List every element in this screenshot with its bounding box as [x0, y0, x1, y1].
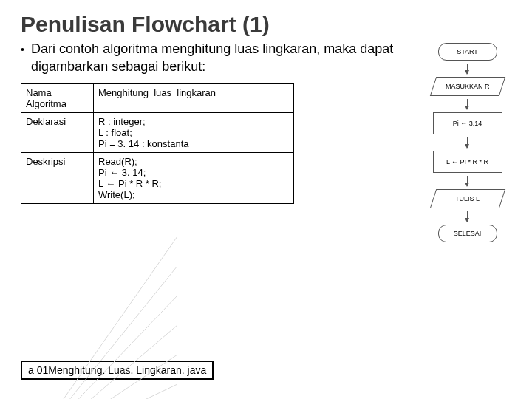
row-value: R : integer; L : float; Pi = 3. 14 : kon…: [94, 112, 294, 152]
svg-line-11: [0, 369, 22, 399]
slide-title: Penulisan Flowchart (1): [0, 0, 532, 40]
svg-line-9: [0, 281, 22, 399]
svg-line-5: [22, 384, 177, 399]
filename-box: a 01Menghitung. Luas. Lingkaran. java: [21, 361, 214, 380]
bullet-text: Dari contoh algoritma menghitung luas li…: [31, 40, 412, 76]
flowchart-process: L ← PI * R * R: [433, 151, 502, 173]
arrow-icon: [467, 176, 468, 186]
row-value: Menghitung_luas_lingkaran: [94, 83, 294, 112]
svg-line-10: [0, 325, 22, 399]
arrow-icon: [467, 211, 468, 222]
arrow-icon: [467, 137, 468, 148]
svg-line-2: [22, 296, 177, 399]
table-row: Nama Algoritma Menghitung_luas_lingkaran: [21, 83, 294, 112]
arrow-icon: [467, 99, 468, 109]
row-value: Read(R); Pi ← 3. 14; L ← Pi * R * R; Wri…: [94, 152, 294, 203]
table-row: Deskripsi Read(R); Pi ← 3. 14; L ← Pi * …: [21, 152, 294, 203]
algorithm-table: Nama Algoritma Menghitung_luas_lingkaran…: [21, 83, 294, 204]
flowchart-end: SELESAI: [438, 225, 497, 242]
svg-line-8: [0, 236, 22, 399]
flowchart-output: TULIS L: [429, 189, 505, 208]
bullet-icon: •: [21, 40, 31, 76]
arrow-icon: [467, 64, 468, 74]
flowchart-input: MASUKKAN R: [429, 77, 505, 96]
flowchart-process: Pi ← 3.14: [433, 112, 502, 134]
flowchart-start: START: [438, 43, 497, 61]
row-label: Nama Algoritma: [21, 83, 94, 112]
row-label: Deskripsi: [21, 152, 94, 203]
row-label: Deklarasi: [21, 112, 94, 152]
flowchart: START MASUKKAN R Pi ← 3.14 L ← PI * R * …: [417, 40, 517, 245]
table-row: Deklarasi R : integer; L : float; Pi = 3…: [21, 112, 294, 152]
